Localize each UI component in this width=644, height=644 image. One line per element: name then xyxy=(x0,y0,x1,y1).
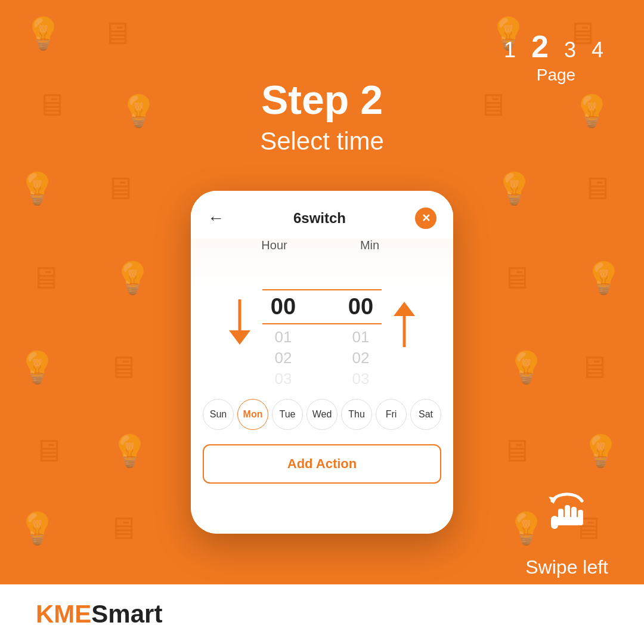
picker-row-2: 02 02 xyxy=(262,348,382,369)
bg-icon: 💡 xyxy=(24,18,63,49)
picker-row-1: 01 01 xyxy=(262,327,382,348)
bg-icon: 🖥 xyxy=(578,352,609,383)
time-picker-area: 00 00 01 01 02 02 03 03 xyxy=(191,257,453,389)
phone-mockup: ← 6switch ✕ Hour Min xyxy=(191,191,453,534)
min-up-arrow[interactable] xyxy=(391,299,417,347)
min-selected: 00 xyxy=(340,294,382,320)
swipe-label: Swipe left xyxy=(525,556,608,578)
hour-selected: 00 xyxy=(262,294,304,320)
day-fri[interactable]: Fri xyxy=(376,399,407,430)
brand-smart: Smart xyxy=(91,600,162,628)
bg-icon: 💡 xyxy=(113,262,152,293)
day-wed[interactable]: Wed xyxy=(306,399,338,430)
step-subtitle: Select time xyxy=(0,127,644,156)
bg-icon: 💡 xyxy=(495,173,534,204)
bg-icon: 🖥 xyxy=(107,513,138,544)
bg-icon: 🖥 xyxy=(501,435,532,466)
svg-marker-1 xyxy=(229,330,250,345)
bg-icon: 🖥 xyxy=(33,435,64,466)
step-heading: Step 2 Select time xyxy=(0,78,644,156)
phone-bottom-padding xyxy=(191,486,453,510)
bg-icon: 🖥 xyxy=(501,262,532,293)
bottom-bar: KMESmart xyxy=(0,584,644,644)
picker-row-above xyxy=(262,257,382,287)
picker-selected-row: 00 00 xyxy=(262,289,382,324)
bg-icon: 🖥 xyxy=(30,262,61,293)
hour-down-arrow[interactable] xyxy=(227,299,253,347)
swipe-hand-icon xyxy=(540,486,594,549)
min-row-1: 01 xyxy=(340,327,382,348)
day-sat[interactable]: Sat xyxy=(410,399,441,430)
bg-icon: 🖥 xyxy=(104,173,135,204)
min-label: Min xyxy=(346,239,394,252)
bg-icon: 💡 xyxy=(507,352,546,383)
day-sun[interactable]: Sun xyxy=(203,399,234,430)
bg-icon: 💡 xyxy=(581,435,620,466)
brand-kme: KME xyxy=(36,600,91,628)
min-row-3: 03 xyxy=(340,369,382,389)
bg-icon: 💡 xyxy=(18,173,57,204)
bg-icon: 💡 xyxy=(110,435,149,466)
bg-icon: 🖥 xyxy=(101,18,132,49)
day-mon[interactable]: Mon xyxy=(237,399,268,430)
picker-row-3: 03 03 xyxy=(262,369,382,389)
close-button[interactable]: ✕ xyxy=(415,208,436,229)
time-labels: Hour Min xyxy=(191,239,453,252)
day-tue[interactable]: Tue xyxy=(272,399,303,430)
hour-row-3: 03 xyxy=(262,369,304,389)
hour-label: Hour xyxy=(250,239,298,252)
brand-logo: KMESmart xyxy=(36,600,162,628)
hour-above xyxy=(262,257,304,287)
add-action-button[interactable]: Add Action xyxy=(203,444,441,484)
step-title: Step 2 xyxy=(0,78,644,122)
swipe-hint: Swipe left xyxy=(525,486,608,578)
bg-icon: 🖥 xyxy=(581,173,612,204)
bg-icon: 🖥 xyxy=(107,352,138,383)
min-row-2: 02 xyxy=(340,348,382,369)
day-selector: Sun Mon Tue Wed Thu Fri Sat xyxy=(191,389,453,439)
app-header: ← 6switch ✕ xyxy=(191,191,453,239)
app-title: 6switch xyxy=(293,210,346,227)
page-nums-display: 1 2 3 4 xyxy=(504,38,608,62)
page-numbers: 2 1 2 3 4 xyxy=(504,29,608,64)
hour-row-2: 02 xyxy=(262,348,304,369)
phone-inner: ← 6switch ✕ Hour Min xyxy=(191,191,453,534)
hour-row-1: 01 xyxy=(262,327,304,348)
svg-rect-10 xyxy=(551,516,558,529)
bg-icon: 💡 xyxy=(18,352,57,383)
min-above xyxy=(340,257,382,287)
svg-marker-4 xyxy=(549,497,557,504)
day-thu[interactable]: Thu xyxy=(341,399,372,430)
bg-icon: 💡 xyxy=(584,262,623,293)
picker-columns: 00 00 01 01 02 02 03 03 xyxy=(262,257,382,389)
back-button[interactable]: ← xyxy=(208,209,224,228)
bg-icon: 💡 xyxy=(18,513,57,544)
page-indicator: 2 1 2 3 4 Page xyxy=(504,29,608,85)
